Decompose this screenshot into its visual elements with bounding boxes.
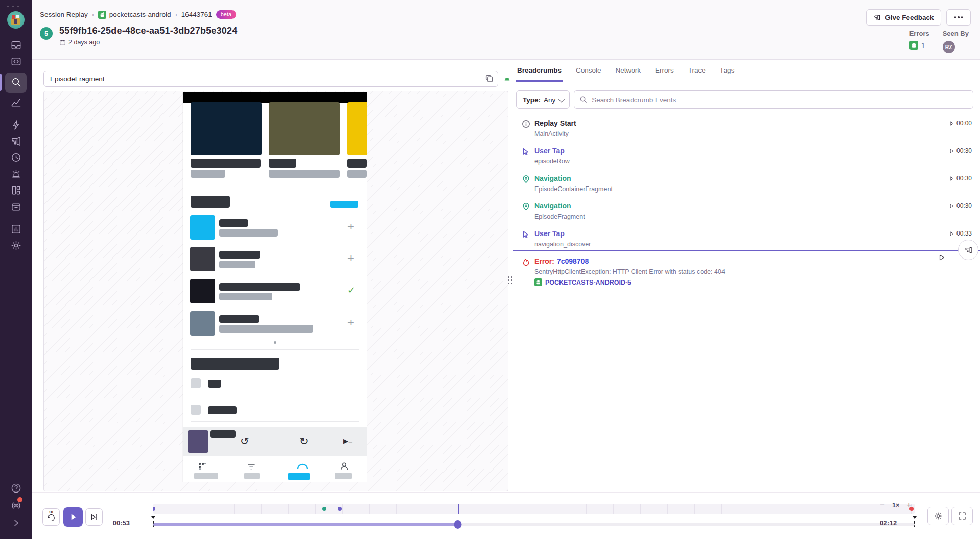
- breadcrumb-event-row[interactable]: Navigation EpisodeFragment 00:30: [513, 202, 980, 227]
- sidebar-item-whats-new[interactable]: [6, 498, 26, 514]
- skip-back-icon: ↺: [240, 436, 249, 447]
- wireframe-checkbox: [191, 378, 201, 388]
- timeline-scrubber-track[interactable]: [153, 523, 915, 526]
- sidebar-item-stats[interactable]: [6, 222, 26, 238]
- wireframe-text: [191, 159, 261, 168]
- breadcrumb-session-replay[interactable]: Session Replay: [40, 11, 88, 18]
- sidebar-item-help[interactable]: [6, 481, 26, 497]
- dashboards-icon: [10, 184, 22, 198]
- detail-tabs: Breadcrumbs Console Network Errors Trace…: [513, 60, 980, 82]
- wireframe-tab-label-active: [288, 473, 310, 480]
- tab-errors[interactable]: Errors: [654, 60, 675, 82]
- tab-breadcrumbs[interactable]: Breadcrumbs: [516, 60, 563, 82]
- wireframe-text: [219, 315, 259, 323]
- breadcrumb-event-row[interactable]: User Tap navigation_discover 00:33: [513, 229, 980, 255]
- give-feedback-button[interactable]: Give Feedback: [866, 9, 941, 26]
- wireframe-text: [208, 406, 237, 414]
- copy-icon[interactable]: [485, 74, 494, 83]
- tab-tags[interactable]: Tags: [719, 60, 736, 82]
- timeline-event-strip[interactable]: [153, 504, 915, 514]
- time-ago-link[interactable]: 2 days ago: [68, 39, 100, 46]
- android-error-icon: [909, 41, 918, 50]
- replay-player-viewport[interactable]: + + ✓ + ↺ ↻: [43, 91, 508, 491]
- archive-box-icon: [10, 201, 22, 215]
- breadcrumbs-panel: Breadcrumbs Console Network Errors Trace…: [513, 60, 980, 492]
- event-timestamp-button[interactable]: 00:30: [949, 147, 972, 154]
- replay-filter-input[interactable]: [43, 71, 498, 87]
- seen-by-avatar[interactable]: RZ: [943, 41, 955, 53]
- fullscreen-button[interactable]: [951, 507, 973, 525]
- wireframe-status-bar: [183, 92, 367, 103]
- event-title: Navigation: [534, 202, 571, 210]
- sidebar-item-issues[interactable]: [6, 38, 26, 54]
- breadcrumb-event-row[interactable]: Navigation EpisodeContainerFragment 00:3…: [513, 174, 980, 200]
- sidebar-item-explore[interactable]: [5, 73, 27, 93]
- sidebar-item-discover-queries[interactable]: [6, 199, 26, 216]
- rewind-10-icon: 10: [49, 510, 53, 514]
- wireframe-text: [208, 380, 221, 388]
- org-avatar[interactable]: [7, 11, 25, 29]
- replay-settings-button[interactable]: [927, 507, 949, 525]
- type-filter-dropdown[interactable]: Type: Any: [516, 90, 570, 109]
- breadcrumb: Session Replay › pocketcasts-android › 1…: [40, 10, 236, 19]
- more-options-button[interactable]: [946, 9, 971, 26]
- sidebar-item-alerts[interactable]: [6, 167, 26, 183]
- session-replay-page: Session Replay › pocketcasts-android › 1…: [0, 0, 980, 539]
- breadcrumb-event-row[interactable]: Replay Start MainActivity 00:00: [513, 119, 980, 145]
- feedback-float-button[interactable]: [958, 240, 978, 260]
- event-description: navigation_discover: [534, 241, 591, 248]
- event-timestamp-button[interactable]: 00:00: [949, 120, 972, 127]
- wireframe-plus-icon: +: [347, 317, 354, 329]
- event-timestamp-button[interactable]: 00:33: [949, 230, 972, 237]
- breadcrumb-search-input[interactable]: [574, 90, 973, 109]
- bar-chart-icon: [10, 223, 22, 237]
- megaphone-icon: [873, 14, 881, 21]
- type-filter-label: Type:: [523, 96, 541, 104]
- search-icon: [579, 96, 587, 103]
- sidebar-collapse-toggle[interactable]: [6, 515, 26, 532]
- sidebar-item-dashboards[interactable]: [6, 183, 26, 199]
- rewind-10-button[interactable]: 10: [42, 508, 60, 526]
- skip-to-end-button[interactable]: [85, 508, 103, 526]
- panel-resize-handle[interactable]: [508, 276, 512, 284]
- project-issue-link[interactable]: POCKETCASTS-ANDROID-5: [534, 278, 631, 286]
- event-timestamp-button[interactable]: 00:30: [949, 202, 972, 209]
- timeline-scrubber-handle[interactable]: [454, 520, 462, 529]
- error-id-link[interactable]: 7c098708: [557, 257, 589, 265]
- duration-label: 02:12: [880, 519, 902, 527]
- sidebar-item-releases[interactable]: [6, 150, 26, 167]
- sidebar-item-insights[interactable]: [6, 95, 26, 111]
- breadcrumb-error-row[interactable]: Error:7c098708 SentryHttpClientException…: [513, 257, 980, 298]
- sidebar-top-dots: [7, 6, 19, 7]
- timeline-end-marker: [913, 516, 917, 519]
- wireframe-badge: [330, 201, 358, 208]
- tap-icon: [522, 147, 530, 156]
- breadcrumb-event-row[interactable]: User Tap episodeRow 00:30: [513, 147, 980, 172]
- event-timestamp-button[interactable]: 00:30: [949, 175, 972, 182]
- event-description: episodeRow: [534, 158, 570, 165]
- timeline-current-position: [458, 504, 459, 514]
- sidebar-item-settings[interactable]: [6, 238, 26, 254]
- wireframe-text: [269, 170, 340, 178]
- tab-trace[interactable]: Trace: [687, 60, 707, 82]
- speed-increase-button[interactable]: +: [906, 501, 912, 509]
- play-icon: [949, 203, 954, 209]
- event-title: User Tap: [534, 229, 565, 238]
- breadcrumb-project[interactable]: pocketcasts-android: [98, 11, 171, 19]
- gear-icon: [934, 511, 943, 521]
- play-button[interactable]: [63, 507, 83, 527]
- wireframe-text: [219, 325, 313, 333]
- sidebar-item-performance[interactable]: [6, 118, 26, 134]
- wireframe-check-icon: ✓: [347, 286, 355, 295]
- page-header: Session Replay › pocketcasts-android › 1…: [32, 0, 980, 60]
- sidebar-item-projects[interactable]: [6, 54, 26, 71]
- current-time-indicator: [513, 250, 980, 251]
- tab-network[interactable]: Network: [615, 60, 642, 82]
- replay-timestamp: 2 days ago: [59, 39, 237, 46]
- sidebar-item-feedback[interactable]: [6, 134, 26, 150]
- profile-icon: [339, 461, 349, 472]
- tab-console[interactable]: Console: [575, 60, 602, 82]
- gear-icon: [10, 240, 22, 253]
- siren-icon: [10, 168, 22, 182]
- speed-decrease-button[interactable]: −: [880, 501, 885, 509]
